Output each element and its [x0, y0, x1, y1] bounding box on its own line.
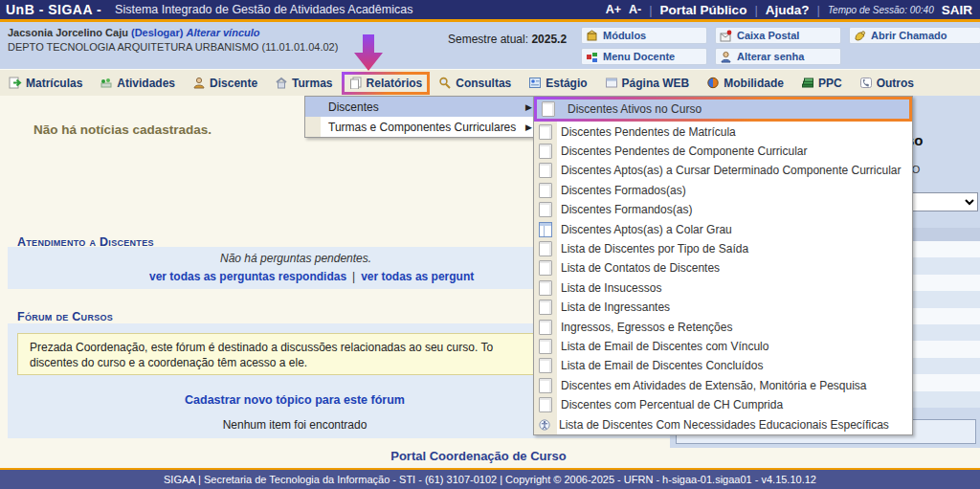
font-increase-button[interactable]: A+ [606, 3, 621, 16]
menu-outros[interactable]: Outros [851, 77, 923, 90]
mobility-icon [706, 77, 720, 89]
page-icon [539, 241, 552, 256]
footer-bar: SIGAA | Secretaria de Tecnologia da Info… [0, 468, 980, 489]
session-timer: Tempo de Sessão: 00:40 [828, 5, 934, 15]
page-icon [539, 358, 552, 373]
menu-docente-button[interactable]: Menu Docente [581, 48, 707, 65]
no-pending-questions: Não há perguntas pendentes. [220, 252, 371, 265]
submenu-item[interactable]: Lista de Discentes por Tipo de Saída [534, 239, 912, 258]
submenu-item[interactable]: Lista de Ingressantes [534, 298, 912, 317]
page-icon [539, 183, 552, 198]
page-icon [539, 260, 552, 276]
answered-questions-link[interactable]: ver todas as perguntas respondidas [149, 270, 346, 283]
divider: | [649, 3, 652, 17]
mailbox-icon [720, 30, 732, 42]
classes-icon [275, 77, 288, 89]
menu-atividades[interactable]: Atividades [91, 77, 184, 90]
current-semester: Semestre atual: 2025.2 [448, 33, 567, 46]
page-icon [539, 300, 552, 315]
submenu-item[interactable]: Discentes Pendentes de Componente Curric… [534, 142, 912, 161]
submenu-item[interactable]: Discentes Formados(as) [534, 181, 912, 200]
abrir-chamado-button[interactable]: Abrir Chamado [849, 27, 980, 44]
brand-title: UnB - SIGAA - [6, 2, 101, 17]
relatorios-dropdown: Discentes ▶ Turmas e Componentes Curricu… [304, 96, 539, 138]
sair-button[interactable]: SAIR [942, 3, 972, 17]
system-subtitle: Sistema Integrado de Gestão de Atividade… [115, 3, 412, 16]
page-icon [539, 144, 552, 159]
submenu-item[interactable]: Lista de Insucessos [534, 278, 912, 298]
menu-pagina-web[interactable]: Página WEB [596, 77, 699, 90]
table-icon [539, 222, 552, 237]
menu-discente[interactable]: Discente [184, 77, 266, 90]
ticket-icon [854, 30, 866, 42]
menu-turmas[interactable]: Turmas [266, 77, 341, 90]
menu-relatorios[interactable]: Relatórios [342, 72, 431, 95]
webpage-icon [605, 77, 618, 89]
ajuda-link[interactable]: Ajuda? [766, 3, 810, 17]
submenu-item[interactable]: Lista de Email de Discentes com Vínculo [534, 337, 912, 356]
submenu-arrow-icon: ▶ [525, 122, 532, 132]
page-icon [539, 378, 552, 393]
department-label: DEPTO TECNOLOGIA ARQUITETURA URBANISMO (… [8, 41, 338, 53]
submenu-item[interactable]: Discentes com Percentual de CH Cumprida [534, 395, 912, 414]
new-topic-link[interactable]: Cadastrar novo tópico para este fórum [8, 393, 582, 407]
submenu-item[interactable]: Discentes Formandos(as) [534, 200, 912, 219]
search-icon [438, 77, 452, 89]
menu-estagio[interactable]: Estágio [520, 77, 595, 90]
page-icon [539, 339, 552, 354]
alterar-senha-button[interactable]: Alterar senha [715, 48, 841, 65]
sigaa-coordination-portal: UnB - SIGAA - Sistema Integrado de Gestã… [0, 0, 980, 489]
submenu-item[interactable]: Lista de Discentes Com Necessidades Educ… [534, 415, 912, 434]
reports-icon [349, 77, 363, 89]
font-decrease-button[interactable]: A- [629, 3, 641, 16]
divider: | [754, 3, 757, 17]
submenu-item[interactable]: Lista de Email de Discentes Concluídos [534, 356, 912, 375]
dropdown-item-discentes[interactable]: Discentes ▶ [305, 97, 538, 117]
page-icon [539, 202, 552, 217]
menu-matriculas[interactable]: Matrículas [0, 77, 91, 90]
submenu-item[interactable]: Discentes Aptos(as) a Cursar Determinado… [534, 161, 912, 180]
menu-ppc[interactable]: PPC [792, 77, 851, 90]
user-line: Jacsonia Jorcelino Caju (Deslogar) Alter… [8, 27, 260, 38]
submenu-arrow-icon: ▶ [525, 102, 532, 112]
page-icon [539, 163, 552, 178]
user-name: Jacsonia Jorcelino Caju [8, 27, 128, 38]
portal-coordenacao-link[interactable]: Portal Coordenação de Curso [0, 449, 957, 463]
questions-links: ver todas as perguntas respondidas|ver t… [149, 270, 474, 283]
submenu-item[interactable]: Discentes em Atividades de Extensão, Mon… [534, 376, 912, 395]
menu-mobilidade[interactable]: Mobilidade [698, 77, 792, 90]
teacher-menu-icon [586, 51, 598, 63]
divider: | [817, 3, 820, 17]
other-questions-link[interactable]: ver todas as pergunt [361, 270, 474, 283]
deslogar-link[interactable]: (Deslogar) [131, 27, 183, 38]
submenu-item[interactable]: Ingressos, Egressos e Retenções [534, 317, 912, 336]
discentes-submenu: Discentes Ativos no Curso Discentes Pend… [533, 96, 913, 435]
semester-value: 2025.2 [531, 33, 567, 46]
modules-icon [586, 30, 598, 42]
student-icon [192, 77, 206, 89]
portal-publico-link[interactable]: Portal Público [660, 3, 747, 17]
alterar-vinculo-link[interactable]: Alterar vínculo [186, 27, 259, 38]
modulos-button[interactable]: Módulos [581, 27, 707, 44]
page-icon [539, 397, 552, 412]
enrollment-icon [9, 77, 22, 89]
main-menu-bar: Matrículas Atividades Discente Turmas Re… [0, 69, 980, 97]
phone-icon [859, 77, 873, 89]
page-icon [539, 124, 552, 140]
forum-section-title: Fórum de Cursos [17, 310, 113, 323]
header-buttons: Módulos Caixa Postal Abrir Chamado Menu … [581, 27, 980, 65]
header: Jacsonia Jorcelino Caju (Deslogar) Alter… [0, 22, 980, 69]
icon-gutter [305, 117, 321, 137]
caixa-postal-button[interactable]: Caixa Postal [715, 27, 841, 44]
top-bar: UnB - SIGAA - Sistema Integrado de Gestã… [0, 0, 980, 22]
submenu-item[interactable]: Lista de Contatos de Discentes [534, 258, 912, 278]
password-icon [720, 51, 732, 63]
submenu-item[interactable]: Discentes Pendentes de Matrícula [534, 122, 912, 141]
submenu-item-discentes-ativos[interactable]: Discentes Ativos no Curso [534, 97, 912, 122]
ppc-books-icon [801, 77, 814, 89]
menu-consultas[interactable]: Consultas [430, 77, 520, 90]
news-empty-message: Não há notícias cadastradas. [33, 122, 212, 137]
submenu-item[interactable]: Discentes Aptos(as) a Colar Grau [534, 219, 912, 238]
dropdown-item-turmas-componentes[interactable]: Turmas e Componentes Curriculares ▶ [305, 117, 538, 137]
internship-icon [528, 77, 542, 89]
